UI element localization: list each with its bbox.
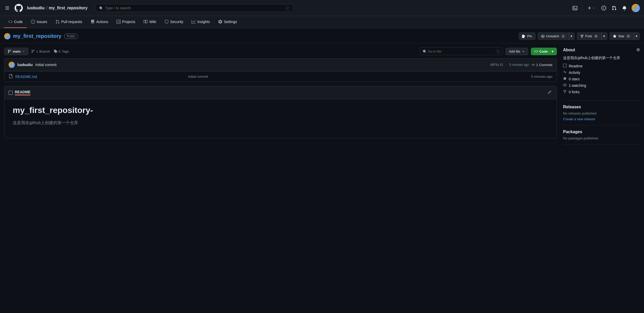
repo-title[interactable]: my_first_repository: [13, 33, 61, 39]
file-icon: [9, 74, 13, 79]
username-link[interactable]: luobudiu: [27, 6, 45, 10]
main-content: main 1 Branch 0 Tags t: [0, 43, 644, 153]
issues-icon-btn[interactable]: [600, 5, 607, 11]
readme-link[interactable]: Readme: [563, 64, 640, 68]
commit-meta: d0fbc31 · 5 minutes ago 1 Commits: [490, 63, 552, 67]
commits-link[interactable]: 1 Commits: [531, 63, 552, 67]
search-input[interactable]: [105, 6, 284, 10]
terminal-icon-btn[interactable]: [572, 5, 578, 11]
commit-username[interactable]: luobudiu: [17, 63, 33, 67]
nav-item-settings[interactable]: Settings: [214, 16, 241, 28]
new-item-btn[interactable]: [586, 5, 597, 11]
readme-title-container: README: [15, 90, 31, 95]
go-to-file-input[interactable]: [428, 49, 495, 53]
gear-icon[interactable]: ⚙: [636, 47, 640, 52]
star-button[interactable]: Star 0: [609, 32, 634, 40]
file-name[interactable]: README.md: [15, 75, 186, 79]
code-button[interactable]: Code ▾: [531, 48, 557, 55]
readme-underline-decoration: [15, 95, 30, 95]
fork-button[interactable]: Fork 0: [577, 32, 602, 40]
nav-item-wiki[interactable]: Wiki: [139, 16, 160, 28]
add-file-button[interactable]: Add file: [505, 48, 528, 55]
eye-icon: [563, 83, 567, 88]
add-file-label: Add file: [509, 49, 520, 53]
create-release-link[interactable]: Create a new release: [563, 117, 595, 121]
commit-row: luobudiu Initial commit d0fbc31 · 5 minu…: [4, 58, 557, 71]
user-avatar[interactable]: [632, 4, 640, 12]
nav-item-projects[interactable]: Projects: [112, 16, 140, 28]
nav-security-label: Security: [170, 20, 183, 24]
tag-count-item[interactable]: 0 Tags: [54, 49, 69, 53]
go-to-file-container[interactable]: t: [420, 47, 503, 55]
about-section: About ⚙ 这是我在github上创建的第一个仓库 Readme Activ…: [563, 47, 640, 101]
sidebar: About ⚙ 这是我在github上创建的第一个仓库 Readme Activ…: [563, 47, 640, 149]
packages-section: Packages No packages published: [563, 130, 640, 145]
file-table: README.md Initial commit 5 minutes ago: [4, 71, 557, 82]
watching-info[interactable]: 1 watching: [563, 83, 640, 88]
breadcrumb: luobudiu / my_first_repository: [27, 6, 87, 10]
book-icon: [563, 64, 567, 68]
branch-label: main: [13, 49, 20, 53]
tag-count: 0: [59, 49, 60, 53]
about-title: About ⚙: [563, 47, 640, 52]
readme-header: README: [4, 86, 557, 99]
branch-selector[interactable]: main: [4, 48, 29, 55]
nav-item-insights[interactable]: Insights: [187, 16, 214, 28]
repo-name-link[interactable]: my_first_repository: [49, 6, 87, 10]
fork-dropdown[interactable]: ▾: [601, 32, 607, 40]
forks-info[interactable]: 0 forks: [563, 90, 640, 94]
releases-section: Releases No releases published Create a …: [563, 105, 640, 125]
stars-info[interactable]: 0 stars: [563, 77, 640, 81]
readme-edit-button[interactable]: [547, 89, 552, 96]
nav-item-issues[interactable]: Issues: [27, 16, 51, 28]
pull-requests-icon-btn[interactable]: [611, 5, 618, 11]
pin-button[interactable]: Pin: [519, 32, 536, 40]
nav-wiki-label: Wiki: [149, 20, 156, 24]
activity-link[interactable]: Activity: [563, 70, 640, 75]
nav-item-pulls[interactable]: Pull requests: [51, 16, 86, 28]
nav-item-actions[interactable]: Actions: [86, 16, 112, 28]
tag-text: Tags: [62, 49, 69, 53]
commit-avatar: [9, 62, 15, 68]
packages-title: Packages: [563, 130, 640, 134]
pulse-icon: [563, 70, 567, 75]
commit-time: 5 minutes ago: [509, 63, 529, 67]
hamburger-menu[interactable]: [4, 5, 10, 11]
branch-count-item[interactable]: 1 Branch: [31, 49, 50, 53]
code-label: Code: [539, 49, 548, 53]
readme-title: README: [15, 90, 31, 94]
star-dropdown[interactable]: ▾: [634, 32, 640, 40]
nav-issues-label: Issues: [37, 20, 47, 24]
pin-label: Pin: [527, 34, 532, 38]
github-logo[interactable]: [13, 3, 24, 13]
unwatch-button[interactable]: Unwatch 1: [538, 32, 569, 40]
commit-hash[interactable]: d0fbc31: [490, 63, 503, 67]
search-bar[interactable]: /: [96, 4, 293, 12]
unwatch-dropdown[interactable]: ▾: [569, 32, 575, 40]
nav-code-label: Code: [14, 20, 23, 24]
activity-link-label: Activity: [569, 70, 580, 75]
star-icon: [563, 77, 567, 81]
table-row[interactable]: README.md Initial commit 5 minutes ago: [4, 71, 557, 82]
commit-dot: ·: [506, 63, 507, 67]
top-nav-actions: [572, 4, 640, 12]
notifications-icon-btn[interactable]: [621, 5, 628, 11]
nav-item-code[interactable]: Code: [4, 16, 27, 28]
file-commit-msg: Initial commit: [188, 75, 529, 79]
toolbar: main 1 Branch 0 Tags t: [4, 47, 557, 55]
fork-icon: [563, 90, 567, 94]
repo-header-actions: Pin Unwatch 1 ▾ Fork 0 ▾ Star 0: [519, 32, 640, 40]
no-packages-text: No packages published: [563, 136, 640, 140]
search-shortcut: /: [286, 6, 290, 10]
readme-body: 这是我在github上创建的第一个仓库: [13, 120, 548, 126]
nav-settings-label: Settings: [224, 20, 237, 24]
branch-count: 1: [36, 49, 38, 53]
star-count: 0: [626, 34, 631, 38]
commit-message: Initial commit: [35, 63, 57, 67]
top-navigation: luobudiu / my_first_repository /: [0, 0, 644, 16]
nav-item-security[interactable]: Security: [160, 16, 188, 28]
breadcrumb-separator: /: [46, 6, 47, 10]
readme-link-label: Readme: [569, 64, 583, 68]
about-description: 这是我在github上创建的第一个仓库: [563, 55, 640, 61]
watch-count: 1: [561, 34, 566, 38]
